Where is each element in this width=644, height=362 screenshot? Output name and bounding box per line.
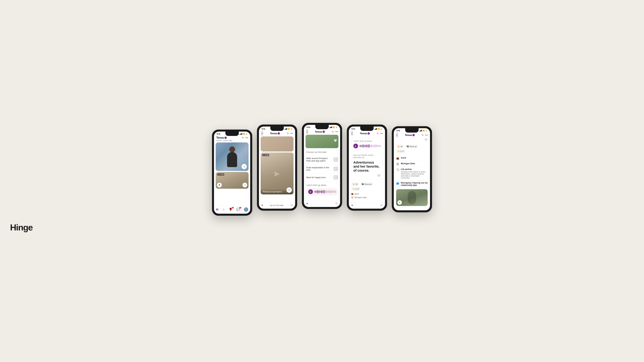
phone-4-notch: [360, 126, 374, 131]
phone-3-shell: 9:41 📶 🔋 ‹ Tessa ✓: [302, 123, 342, 209]
phone-1-notch: [226, 132, 239, 136]
profile-name-3: Tessa ✓: [315, 130, 325, 133]
back-button-5[interactable]: ‹: [396, 133, 398, 137]
rel-type-row: 👥 Monogamy. Figuring out my relationship…: [396, 180, 428, 188]
nav-rose[interactable]: 🌹 3: [229, 208, 232, 211]
rel-type-icon: 👥: [396, 182, 399, 185]
date-text-1: Walk around Prospect Park and dog watch: [306, 157, 334, 162]
more-button-2[interactable]: •••: [290, 132, 293, 135]
phone-5: 9:41 📶 🔋 ‹ Tessa ✓: [392, 126, 432, 212]
nav-chat[interactable]: 💬 1: [236, 208, 240, 211]
phones-showcase: 9:41 📶 🔋: [212, 126, 432, 212]
phone-4-header: ‹ Tessa ✓ ↻ •••: [349, 131, 385, 136]
verified-badge: ✓: [224, 137, 227, 139]
like-action-button[interactable]: 🤍: [290, 204, 293, 207]
close-button-3[interactable]: ✕: [306, 202, 308, 205]
battery-icon: 🔋: [246, 133, 248, 135]
bottom-heart-4[interactable]: 🤍: [380, 204, 383, 207]
bottom-heart-3[interactable]: 🤍: [335, 202, 338, 205]
verified-badge-5: ✓: [412, 134, 415, 136]
hometown-row: 🏠 Michigan State: [396, 161, 428, 167]
more-button[interactable]: •••: [245, 136, 248, 139]
close-button-4[interactable]: ✕: [351, 204, 353, 207]
more-button-3[interactable]: •••: [335, 130, 338, 133]
refresh-button[interactable]: ↻: [242, 136, 244, 139]
orientation-chip-5: 🏳️‍🌈 Bisexual: [405, 145, 418, 148]
mother-answer: Adventurous and her favorite, of course.: [353, 160, 380, 172]
verified-badge-4: ✓: [368, 132, 370, 135]
nav-star[interactable]: ☆: [222, 208, 225, 211]
height-chip-5: 📏 5' 9": [396, 149, 405, 153]
photo-like-button[interactable]: 🤍: [242, 164, 247, 169]
date-text-2: Grab empanadas in the LES: [306, 166, 334, 171]
hometown-row-4: 🏠 Michigan State: [351, 196, 383, 199]
hinge-logo-rest: inge: [16, 223, 33, 232]
age-chip: 🎂 26: [351, 182, 359, 186]
bottom-photo-5: ✕: [396, 189, 428, 206]
wifi-icon-2: 📶: [288, 128, 290, 130]
profile-avatar: [244, 207, 248, 212]
date-option-2: Grab empanadas in the LES 🤍: [306, 164, 338, 173]
more-button-4[interactable]: •••: [380, 132, 383, 135]
rel-type-value: Monogamy. Figuring out my relationship t…: [401, 182, 428, 186]
phone-4: 9:41 📶 🔋 ‹ Tessa ✓: [347, 124, 387, 211]
back-button-2[interactable]: ‹: [261, 131, 263, 135]
info-chips: 🎂 26 🏳️‍🌈 Bisexual 📏 5' 9": [351, 181, 383, 192]
next-section-preview: ose our first date: [270, 204, 284, 206]
refresh-button-4[interactable]: ↻: [377, 132, 379, 135]
goal-title: Life partner: [401, 168, 428, 170]
hinge-letter-h: H: [10, 222, 16, 232]
close-photo-5[interactable]: ✕: [398, 200, 402, 205]
signal-icon-3: [330, 126, 332, 128]
mother-card: How my Mother would describe me Adventur…: [351, 152, 383, 180]
top-like-5[interactable]: 🤍: [424, 138, 428, 141]
goal-row: 🔍 Life partner Seeking a life partner to…: [396, 167, 428, 180]
video-like-button[interactable]: 🤍: [242, 183, 247, 187]
home-icon: H: [216, 208, 218, 212]
phone-5-shell: 9:41 📶 🔋 ‹ Tessa ✓: [392, 126, 432, 212]
phone-3-header: ‹ Tessa ✓ ↻ •••: [304, 129, 340, 135]
mother-prompt-label: How my Mother would describe me: [353, 154, 380, 159]
goal-icon: 🔍: [396, 168, 399, 171]
play-button-4[interactable]: ▶: [353, 144, 358, 148]
date-heart-2[interactable]: 🤍: [334, 167, 338, 171]
date-heart-1[interactable]: 🤍: [334, 158, 338, 162]
refresh-button-5[interactable]: ↻: [422, 134, 424, 136]
profile-name-2: Tessa ✓: [270, 132, 280, 135]
refresh-button-2[interactable]: ↻: [287, 132, 289, 135]
video-like-2[interactable]: 🤍: [286, 187, 292, 193]
header-photo-3: [306, 135, 338, 148]
phone-4-shell: 9:41 📶 🔋 ‹ Tessa ✓: [347, 124, 387, 211]
wifi-icon-3: 📶: [333, 126, 335, 128]
nav-home[interactable]: H: [216, 208, 218, 212]
occupation-icon-4: 💼: [351, 193, 354, 195]
audio-section: I won't shut up about ▶: [306, 184, 338, 195]
phone-4-bottom: ✕ 🤍: [349, 202, 385, 209]
main-photo-card: 🤍: [216, 142, 248, 171]
date-heart-3[interactable]: 🤍: [334, 175, 338, 179]
audio-player: ▶: [306, 188, 338, 195]
occupation-row: 💼 Artist: [396, 155, 428, 161]
nav-profile[interactable]: [244, 207, 248, 212]
signal-icon-2: [284, 128, 287, 130]
refresh-button-3[interactable]: ↻: [332, 130, 334, 133]
waveform-4: [360, 144, 380, 148]
phone-5-notch: [405, 128, 418, 133]
star-icon: ☆: [222, 208, 225, 211]
top-like-button-3[interactable]: 🤍: [334, 139, 337, 142]
play-button[interactable]: ▶: [308, 189, 313, 194]
close-video-button[interactable]: ✕: [217, 183, 222, 187]
waveform: [314, 190, 336, 194]
orientation-chip: 🏳️‍🌈 Bisexual: [360, 182, 373, 186]
chat-badge: 1: [239, 207, 241, 209]
back-button-4[interactable]: ‹: [351, 131, 353, 135]
more-button-5[interactable]: •••: [425, 134, 428, 136]
phone-2-notch: [270, 126, 284, 131]
audio-prompt-label: I won't shut up about: [353, 140, 380, 142]
signal-icon: [240, 133, 242, 135]
close-action-button[interactable]: ✕: [261, 204, 263, 207]
back-button-3[interactable]: ‹: [306, 130, 308, 134]
phone-5-content: 🎂 26 🏳️‍🌈 Bisexual 📏 5' 9": [394, 142, 430, 209]
signal-icon-5: [420, 130, 422, 131]
mother-heart[interactable]: 🤍: [353, 174, 380, 177]
